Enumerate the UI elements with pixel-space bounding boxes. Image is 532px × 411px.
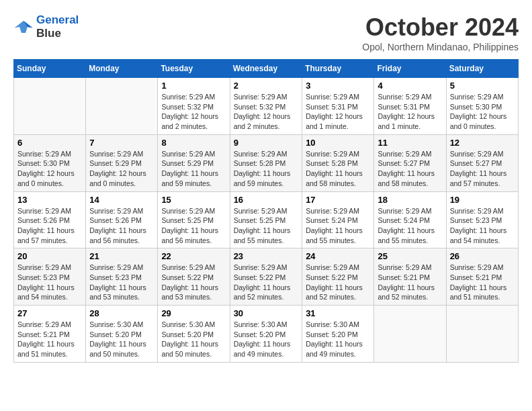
day-number: 12 [450, 138, 515, 148]
day-info: Sunrise: 5:29 AMSunset: 5:28 PMDaylight:… [306, 149, 370, 189]
table-row: 19Sunrise: 5:29 AMSunset: 5:23 PMDayligh… [446, 191, 518, 248]
day-info: Sunrise: 5:29 AMSunset: 5:21 PMDaylight:… [378, 263, 442, 302]
table-row: 16Sunrise: 5:29 AMSunset: 5:25 PMDayligh… [230, 191, 302, 248]
day-number: 25 [378, 251, 442, 261]
month-title: October 2024 [362, 13, 519, 42]
day-info: Sunrise: 5:29 AMSunset: 5:28 PMDaylight:… [234, 149, 299, 189]
day-number: 5 [450, 81, 515, 91]
table-row: 30Sunrise: 5:30 AMSunset: 5:20 PMDayligh… [230, 306, 302, 363]
table-row: 23Sunrise: 5:29 AMSunset: 5:22 PMDayligh… [230, 248, 302, 306]
day-number: 16 [234, 195, 299, 205]
day-number: 3 [306, 81, 370, 91]
header-monday: Monday [86, 60, 158, 78]
day-info: Sunrise: 5:29 AMSunset: 5:26 PMDaylight:… [17, 206, 82, 246]
day-number: 31 [306, 308, 370, 318]
day-info: Sunrise: 5:29 AMSunset: 5:24 PMDaylight:… [378, 206, 442, 246]
day-info: Sunrise: 5:29 AMSunset: 5:22 PMDaylight:… [306, 263, 370, 302]
day-info: Sunrise: 5:29 AMSunset: 5:30 PMDaylight:… [450, 92, 515, 132]
calendar-week-row: 6Sunrise: 5:29 AMSunset: 5:30 PMDaylight… [14, 134, 519, 191]
day-info: Sunrise: 5:29 AMSunset: 5:22 PMDaylight:… [161, 263, 226, 302]
day-info: Sunrise: 5:29 AMSunset: 5:27 PMDaylight:… [450, 149, 515, 189]
table-row: 28Sunrise: 5:30 AMSunset: 5:20 PMDayligh… [86, 306, 158, 363]
day-info: Sunrise: 5:29 AMSunset: 5:29 PMDaylight:… [161, 149, 226, 189]
day-number: 30 [234, 308, 299, 318]
table-row: 29Sunrise: 5:30 AMSunset: 5:20 PMDayligh… [158, 306, 230, 363]
day-number: 10 [306, 138, 370, 148]
table-row: 31Sunrise: 5:30 AMSunset: 5:20 PMDayligh… [302, 306, 374, 363]
day-info: Sunrise: 5:29 AMSunset: 5:32 PMDaylight:… [234, 92, 299, 132]
table-row: 27Sunrise: 5:29 AMSunset: 5:21 PMDayligh… [14, 306, 86, 363]
day-number: 28 [89, 308, 154, 318]
table-row: 1Sunrise: 5:29 AMSunset: 5:32 PMDaylight… [158, 78, 230, 135]
table-row: 10Sunrise: 5:29 AMSunset: 5:28 PMDayligh… [302, 134, 374, 191]
table-row: 18Sunrise: 5:29 AMSunset: 5:24 PMDayligh… [374, 191, 446, 248]
day-info: Sunrise: 5:30 AMSunset: 5:20 PMDaylight:… [234, 320, 299, 359]
table-row: 12Sunrise: 5:29 AMSunset: 5:27 PMDayligh… [446, 134, 518, 191]
day-number: 19 [450, 195, 515, 205]
day-number: 20 [17, 251, 82, 261]
table-row: 4Sunrise: 5:29 AMSunset: 5:31 PMDaylight… [374, 78, 446, 135]
title-block: October 2024 Opol, Northern Mindanao, Ph… [362, 13, 519, 52]
day-number: 2 [234, 81, 299, 91]
table-row: 5Sunrise: 5:29 AMSunset: 5:30 PMDaylight… [446, 78, 518, 135]
day-number: 6 [17, 138, 82, 148]
table-row: 17Sunrise: 5:29 AMSunset: 5:24 PMDayligh… [302, 191, 374, 248]
day-info: Sunrise: 5:29 AMSunset: 5:26 PMDaylight:… [89, 206, 154, 246]
location: Opol, Northern Mindanao, Philippines [362, 42, 519, 52]
table-row: 3Sunrise: 5:29 AMSunset: 5:31 PMDaylight… [302, 78, 374, 135]
header-wednesday: Wednesday [230, 60, 302, 78]
calendar-table: Sunday Monday Tuesday Wednesday Thursday… [13, 59, 519, 363]
day-info: Sunrise: 5:29 AMSunset: 5:23 PMDaylight:… [17, 263, 82, 302]
day-number: 8 [161, 138, 226, 148]
table-row: 11Sunrise: 5:29 AMSunset: 5:27 PMDayligh… [374, 134, 446, 191]
day-info: Sunrise: 5:29 AMSunset: 5:30 PMDaylight:… [17, 149, 82, 189]
day-number: 29 [161, 308, 226, 318]
day-info: Sunrise: 5:29 AMSunset: 5:22 PMDaylight:… [234, 263, 299, 302]
day-info: Sunrise: 5:29 AMSunset: 5:32 PMDaylight:… [161, 92, 226, 132]
day-info: Sunrise: 5:29 AMSunset: 5:31 PMDaylight:… [306, 92, 370, 132]
day-number: 11 [378, 138, 442, 148]
table-row [14, 78, 86, 135]
table-row: 13Sunrise: 5:29 AMSunset: 5:26 PMDayligh… [14, 191, 86, 248]
calendar-week-row: 20Sunrise: 5:29 AMSunset: 5:23 PMDayligh… [14, 248, 519, 306]
calendar-week-row: 13Sunrise: 5:29 AMSunset: 5:26 PMDayligh… [14, 191, 519, 248]
logo: General Blue [13, 13, 79, 40]
day-info: Sunrise: 5:29 AMSunset: 5:31 PMDaylight:… [378, 92, 442, 132]
calendar-header-row: Sunday Monday Tuesday Wednesday Thursday… [14, 60, 519, 78]
day-number: 23 [234, 251, 299, 261]
day-info: Sunrise: 5:29 AMSunset: 5:23 PMDaylight:… [89, 263, 154, 302]
header-thursday: Thursday [302, 60, 374, 78]
day-number: 14 [89, 195, 154, 205]
day-number: 21 [89, 251, 154, 261]
day-number: 7 [89, 138, 154, 148]
table-row: 25Sunrise: 5:29 AMSunset: 5:21 PMDayligh… [374, 248, 446, 306]
table-row: 2Sunrise: 5:29 AMSunset: 5:32 PMDaylight… [230, 78, 302, 135]
day-number: 18 [378, 195, 442, 205]
day-info: Sunrise: 5:30 AMSunset: 5:20 PMDaylight:… [89, 320, 154, 359]
table-row: 9Sunrise: 5:29 AMSunset: 5:28 PMDaylight… [230, 134, 302, 191]
day-number: 13 [17, 195, 82, 205]
day-info: Sunrise: 5:29 AMSunset: 5:27 PMDaylight:… [378, 149, 442, 189]
header-friday: Friday [374, 60, 446, 78]
day-info: Sunrise: 5:30 AMSunset: 5:20 PMDaylight:… [161, 320, 226, 359]
table-row [374, 306, 446, 363]
day-info: Sunrise: 5:29 AMSunset: 5:24 PMDaylight:… [306, 206, 370, 246]
day-number: 1 [161, 81, 226, 91]
table-row: 20Sunrise: 5:29 AMSunset: 5:23 PMDayligh… [14, 248, 86, 306]
table-row: 15Sunrise: 5:29 AMSunset: 5:25 PMDayligh… [158, 191, 230, 248]
day-number: 15 [161, 195, 226, 205]
calendar-week-row: 1Sunrise: 5:29 AMSunset: 5:32 PMDaylight… [14, 78, 519, 135]
day-number: 22 [161, 251, 226, 261]
day-number: 24 [306, 251, 370, 261]
day-number: 27 [17, 308, 82, 318]
day-info: Sunrise: 5:30 AMSunset: 5:20 PMDaylight:… [306, 320, 370, 359]
day-number: 4 [378, 81, 442, 91]
header-tuesday: Tuesday [158, 60, 230, 78]
logo-icon [13, 19, 34, 35]
table-row: 7Sunrise: 5:29 AMSunset: 5:29 PMDaylight… [86, 134, 158, 191]
day-info: Sunrise: 5:29 AMSunset: 5:21 PMDaylight:… [17, 320, 82, 359]
table-row: 8Sunrise: 5:29 AMSunset: 5:29 PMDaylight… [158, 134, 230, 191]
day-number: 17 [306, 195, 370, 205]
table-row: 24Sunrise: 5:29 AMSunset: 5:22 PMDayligh… [302, 248, 374, 306]
day-info: Sunrise: 5:29 AMSunset: 5:21 PMDaylight:… [450, 263, 515, 302]
